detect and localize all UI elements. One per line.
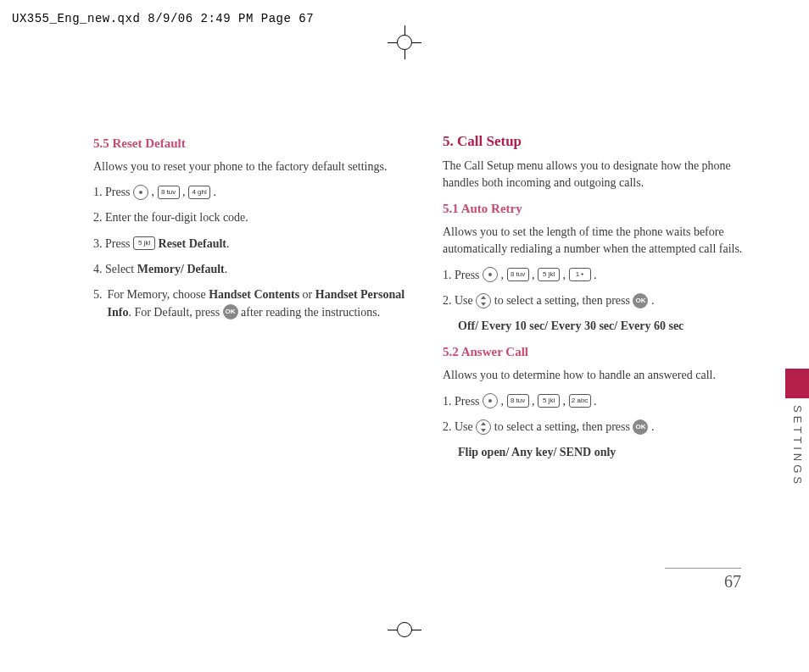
t: to select a setting, then press	[494, 420, 633, 433]
sep: .	[226, 237, 230, 250]
crop-mark-bottom	[388, 613, 421, 647]
ok-key-icon: OK	[633, 293, 648, 308]
step-5-5-4: 4. Select Memory/ Default.	[93, 261, 409, 278]
step-5-5-1: 1. Press , 8 tuv , 4 ghi .	[93, 184, 409, 201]
t: 1. Press	[443, 269, 483, 281]
key-5-icon: 5 jkl	[538, 394, 560, 408]
sep: .	[648, 420, 654, 433]
heading-5: 5. Call Setup	[443, 131, 758, 153]
sep: ,	[560, 395, 569, 408]
handset-contents-label: Handset Contents	[209, 288, 299, 301]
key-2-icon: 2 abc	[569, 394, 591, 408]
step-text: 1. Press	[93, 186, 133, 198]
t: to select a setting, then press	[494, 294, 633, 307]
t: For Memory, choose	[108, 288, 209, 301]
center-key-icon	[483, 393, 498, 408]
t: 2. Use	[443, 420, 476, 433]
crop-mark-top	[388, 25, 421, 59]
center-key-icon	[483, 267, 498, 282]
sep: ,	[498, 269, 507, 281]
page-number: 67	[665, 572, 741, 591]
step-5-1-1: 1. Press , 8 tuv , 5 jkl , 1 ⦁ .	[443, 267, 758, 284]
step-text: 3. Press	[93, 237, 133, 250]
memory-default-label: Memory/ Default	[137, 263, 225, 275]
step-5-5-5: 5. For Memory, choose Handset Contents o…	[93, 286, 409, 321]
reset-default-label: Reset Default	[159, 237, 226, 250]
desc-5-1: Allows you to set the length of time the…	[443, 224, 758, 258]
nav-key-icon	[476, 293, 491, 308]
sep: .	[225, 263, 228, 275]
step-body: For Memory, choose Handset Contents or H…	[108, 286, 410, 321]
heading-5-5: 5.5 Reset Default	[93, 135, 409, 153]
step-text: 4. Select	[93, 263, 137, 275]
sep: ,	[560, 269, 569, 281]
step-5-1-2: 2. Use to select a setting, then press O…	[443, 292, 758, 309]
step-5-2-2: 2. Use to select a setting, then press O…	[443, 419, 758, 436]
step-5-5-3: 3. Press 5 jkl Reset Default.	[93, 236, 409, 253]
desc-5-2: Allows you to determine how to handle an…	[443, 367, 758, 384]
options-5-1: Off/ Every 10 sec/ Every 30 sec/ Every 6…	[458, 318, 758, 335]
key-5-icon: 5 jkl	[133, 236, 155, 250]
step-5-2-1: 1. Press , 8 tuv , 5 jkl , 2 abc .	[443, 393, 758, 410]
t: after reading the instructions.	[238, 306, 381, 319]
section-label: SETTINGS	[791, 405, 804, 487]
t: . For Default, press	[128, 306, 222, 319]
key-8-icon: 8 tuv	[507, 394, 529, 408]
print-header: UX355_Eng_new.qxd 8/9/06 2:49 PM Page 67	[12, 12, 314, 25]
t: 2. Use	[443, 294, 476, 307]
page-footer: 67	[665, 568, 741, 591]
footer-rule	[665, 568, 741, 569]
sep: ,	[529, 269, 538, 281]
right-column: 5. Call Setup The Call Setup menu allows…	[443, 131, 758, 469]
key-1-icon: 1 ⦁	[569, 268, 591, 281]
page-content: 5.5 Reset Default Allows you to reset yo…	[93, 131, 758, 469]
left-column: 5.5 Reset Default Allows you to reset yo…	[93, 131, 409, 469]
heading-5-2: 5.2 Answer Call	[443, 343, 758, 362]
t: or	[299, 288, 315, 301]
sep: ,	[498, 395, 507, 408]
sep: .	[591, 269, 597, 281]
desc-5-5: Allows you to reset your phone to the fa…	[93, 158, 409, 175]
section-tab	[785, 369, 809, 398]
desc-5: The Call Setup menu allows you to design…	[443, 158, 758, 192]
ok-key-icon: OK	[223, 304, 238, 319]
t: 1. Press	[443, 395, 483, 408]
center-key-icon	[133, 185, 148, 200]
options-5-2: Flip open/ Any key/ SEND only	[458, 444, 758, 461]
key-5-icon: 5 jkl	[538, 268, 560, 281]
sep: .	[591, 395, 597, 408]
step-5-5-2: 2. Enter the four-digit lock code.	[93, 209, 409, 226]
key-4-icon: 4 ghi	[188, 186, 210, 199]
step-number: 5.	[93, 286, 103, 321]
sep: .	[648, 294, 654, 307]
sep: .	[210, 186, 216, 198]
sep: ,	[148, 186, 158, 198]
nav-key-icon	[476, 419, 491, 435]
key-8-icon: 8 tuv	[507, 268, 529, 281]
heading-5-1: 5.1 Auto Retry	[443, 200, 758, 219]
sep: ,	[180, 186, 189, 198]
key-8-icon: 8 tuv	[158, 186, 180, 199]
sep: ,	[529, 395, 538, 408]
ok-key-icon: OK	[633, 419, 648, 435]
